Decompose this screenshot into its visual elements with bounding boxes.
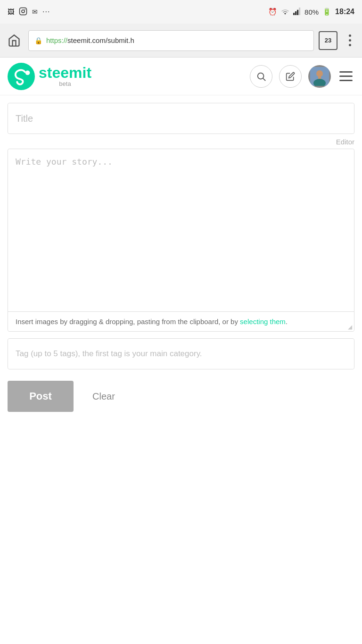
svg-point-8 (25, 70, 30, 75)
svg-point-12 (316, 70, 323, 77)
svg-rect-14 (318, 76, 321, 79)
logo-name: steemit (39, 65, 91, 80)
tag-input-wrapper (8, 338, 354, 369)
url-https: https:// (46, 36, 67, 44)
url-bar[interactable]: 🔒 https://steemit.com/submit.h (28, 30, 314, 51)
clear-button[interactable]: Clear (85, 387, 123, 406)
battery-icon: 🔋 (322, 8, 331, 16)
hamburger-line-1 (339, 71, 353, 73)
status-bar-right: ⏰ 80% 🔋 18:24 (268, 8, 354, 17)
steemit-logo-icon (8, 63, 35, 90)
resize-handle: ◢ (348, 324, 352, 330)
tag-input[interactable] (8, 339, 354, 369)
menu-dot-1 (349, 34, 351, 37)
signal-icon (293, 8, 301, 17)
logo-beta: beta (39, 80, 91, 87)
mail-icon: ✉ (32, 8, 38, 16)
hamburger-menu-button[interactable] (337, 69, 354, 83)
app-container: steemit beta (0, 58, 362, 419)
action-buttons: Post Clear (8, 381, 354, 412)
title-input-wrapper (8, 103, 354, 134)
status-bar-left: 🖼 ✉ ··· (8, 7, 50, 17)
gallery-icon: 🖼 (8, 8, 14, 16)
editor-label: Editor (336, 138, 354, 146)
svg-point-9 (258, 73, 264, 79)
hamburger-line-2 (339, 75, 353, 77)
tab-count-button[interactable]: 23 (319, 31, 337, 50)
home-button[interactable] (5, 31, 24, 50)
form-area: Editor ◢ Insert images by dragging & dro… (0, 95, 362, 419)
image-insert-end: . (286, 318, 288, 326)
svg-point-7 (8, 63, 35, 90)
browser-bar: 🔒 https://steemit.com/submit.h 23 (0, 24, 362, 58)
battery-text: 80% (304, 8, 319, 16)
browser-menu-button[interactable] (342, 31, 357, 50)
image-insert-text: Insert images by dragging & dropping, pa… (16, 318, 240, 326)
logo-area: steemit beta (8, 63, 242, 90)
url-domain: steemit.com/submit.h (67, 36, 134, 44)
svg-point-1 (22, 10, 25, 13)
avatar[interactable] (308, 65, 331, 88)
instagram-icon (19, 7, 27, 17)
title-input[interactable] (8, 103, 354, 134)
lock-icon: 🔒 (34, 37, 42, 44)
app-header: steemit beta (0, 58, 362, 95)
header-icons (250, 65, 354, 88)
menu-dot-2 (349, 39, 351, 42)
svg-rect-3 (293, 13, 295, 15)
editor-label-row: Editor (8, 138, 354, 146)
search-button[interactable] (250, 65, 272, 88)
menu-dot-3 (349, 44, 351, 46)
svg-rect-0 (20, 8, 27, 15)
edit-button[interactable] (279, 65, 302, 88)
story-textarea[interactable] (8, 149, 354, 309)
wifi-icon (281, 8, 289, 16)
image-insert-bar: Insert images by dragging & dropping, pa… (8, 311, 354, 331)
url-text: https://steemit.com/submit.h (46, 36, 308, 44)
image-insert-link[interactable]: selecting them (240, 318, 286, 326)
clock-icon: ⏰ (268, 8, 277, 16)
time-display: 18:24 (335, 8, 354, 16)
hamburger-line-3 (339, 80, 353, 81)
status-bar: 🖼 ✉ ··· ⏰ (0, 0, 362, 24)
svg-rect-6 (299, 8, 300, 15)
svg-rect-5 (297, 9, 298, 15)
logo-text-area: steemit beta (39, 65, 91, 87)
svg-point-2 (25, 8, 25, 9)
story-textarea-wrapper: ◢ Insert images by dragging & dropping, … (8, 149, 354, 332)
more-status-icon: ··· (42, 8, 50, 16)
svg-rect-4 (295, 11, 296, 15)
post-button[interactable]: Post (8, 381, 74, 412)
svg-line-10 (263, 78, 265, 81)
